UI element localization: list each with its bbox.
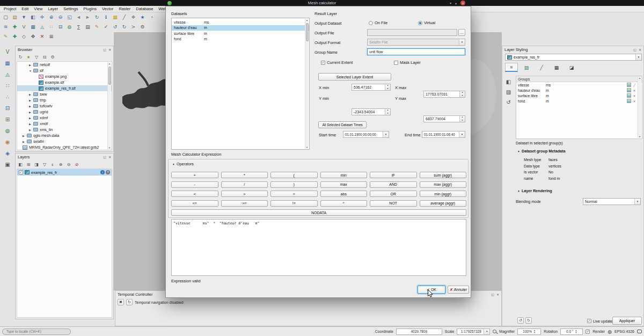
filter-legend-icon[interactable]: ▽ <box>41 161 48 167</box>
zoom-next-icon[interactable]: ► <box>84 13 92 21</box>
zoom-last-icon[interactable]: ◄ <box>75 13 83 21</box>
start-time-combo[interactable]: 01.01.1900 00:00:00▼ <box>343 131 389 138</box>
add-wms-layer-icon[interactable]: ◍ <box>3 126 12 135</box>
op-and-button[interactable]: AND <box>370 181 417 188</box>
spin-arrows-icon[interactable]: ▲▼ <box>459 116 465 122</box>
checkbox-icon[interactable] <box>321 61 325 65</box>
temporal-navigation-off-button[interactable]: ✖ <box>118 299 124 305</box>
op-max-aggr-button[interactable]: max (aggr) <box>420 181 467 188</box>
coordinate-input[interactable]: 4029,7809 <box>396 328 442 335</box>
add-group-icon[interactable]: ⊞ <box>25 161 32 167</box>
menu-view[interactable]: View <box>31 6 45 11</box>
op-multiply-button[interactable]: * <box>221 172 268 178</box>
browser-item-xdmf[interactable]: ▶xdmf <box>17 115 112 121</box>
on-file-radio[interactable]: On File <box>369 20 387 25</box>
expand-arrow-icon[interactable]: ▶ <box>29 99 32 102</box>
menu-plugins[interactable]: Plugins <box>80 6 99 11</box>
zoom-full-icon[interactable]: ◱ <box>65 13 74 21</box>
group-row-surface[interactable]: surface librem✕ <box>516 93 642 98</box>
redo-icon[interactable]: ↻ <box>120 23 128 31</box>
virtual-radio[interactable]: Virtual <box>418 20 435 25</box>
ymax-spinbox[interactable]: 6837.79004▲▼ <box>423 115 465 122</box>
nodata-button[interactable]: NODATA <box>171 209 466 216</box>
op-or-button[interactable]: OR <box>370 191 417 197</box>
op-divide-button[interactable]: / <box>221 181 268 188</box>
metadata-section-header[interactable]: ▼ Dataset group Metadata <box>517 149 565 154</box>
group-name-input[interactable]: unit flow <box>367 48 465 55</box>
float-panel-icon[interactable]: ◱ <box>103 155 106 159</box>
save-edits-icon[interactable]: ✔ <box>102 23 110 31</box>
manage-map-themes-icon[interactable]: ◨ <box>33 161 40 167</box>
add-vector-layer-icon[interactable]: V <box>3 47 12 56</box>
browser-item-tmp[interactable]: ▶tmp <box>17 97 112 103</box>
zoom-in-icon[interactable]: ⊕ <box>47 13 55 21</box>
copy-features-icon[interactable]: ⊞ <box>47 33 55 41</box>
group-row-hauteur[interactable]: hauteur d'eaum✕ <box>516 87 642 93</box>
browser-item-selafin[interactable]: ▶selafin <box>17 138 112 144</box>
op-min-button[interactable]: min <box>320 172 368 178</box>
vectors-toggle-icon[interactable]: ╱ <box>632 83 636 87</box>
filter-by-expression-icon[interactable]: ε <box>49 161 56 167</box>
add-raster-layer-icon[interactable]: ▦ <box>29 23 37 31</box>
vectors-toggle-icon[interactable]: ✕ <box>632 88 636 92</box>
browser-properties-icon[interactable]: ⚙ <box>49 54 56 60</box>
expand-arrow-icon[interactable]: ▶ <box>29 128 32 132</box>
pan-map-icon[interactable]: ✛ <box>38 13 46 21</box>
vectors-toggle-icon[interactable]: ✕ <box>632 99 636 103</box>
browser-item-xmdf[interactable]: ▶xmdf <box>17 121 112 127</box>
xmin-spinbox[interactable]: 536.47162▲▼ <box>352 84 391 91</box>
python-console-icon[interactable]: ≻ <box>129 23 137 31</box>
menu-project[interactable]: Project <box>1 6 19 11</box>
mask-layer-checkbox[interactable]: Mask Layer <box>394 60 421 65</box>
new-bookmark-icon[interactable]: ★ <box>138 13 147 21</box>
browser-item-slf[interactable]: ▼slf <box>17 68 112 74</box>
style-undo-button[interactable]: ↺ <box>517 317 524 324</box>
identify-features-icon[interactable]: ℹ <box>102 13 110 21</box>
averaging-tab[interactable]: ◪ <box>565 63 578 72</box>
checkbox-icon[interactable] <box>394 61 398 65</box>
selected-layer-extent-button[interactable]: Selected Layer Extent <box>318 73 391 81</box>
data-source-manager-icon[interactable]: ≋ <box>2 23 10 31</box>
contours-toggle-icon[interactable] <box>627 99 631 103</box>
expand-arrow-icon[interactable]: ▶ <box>29 105 32 108</box>
browser-item-example-png[interactable]: example.png <box>17 74 112 79</box>
close-icon[interactable]: ✕ <box>460 1 465 5</box>
op-power-button[interactable]: ^ <box>320 200 368 207</box>
add-wms-layer-icon[interactable]: ◍ <box>65 23 74 31</box>
add-spatialite-layer-icon[interactable]: ⊞ <box>3 115 12 123</box>
open-layer-styling-icon[interactable]: ◧ <box>17 161 24 167</box>
end-time-combo[interactable]: 01.01.1900 01:06:40▼ <box>422 131 465 138</box>
style-redo-button[interactable]: ↻ <box>525 317 532 324</box>
menu-raster[interactable]: Raster <box>116 6 133 11</box>
remove-layer-icon[interactable]: ⊘ <box>74 161 80 167</box>
maximize-icon[interactable]: ▴ <box>455 1 457 5</box>
datasets-scrollbar[interactable]: ▲▼ <box>305 19 309 149</box>
symbology-tab-icon[interactable]: ◧ <box>504 77 513 86</box>
browser-item-example-slf[interactable]: example.slf <box>17 79 112 85</box>
undo-icon[interactable]: ↺ <box>111 23 119 31</box>
processing-toolbox-icon[interactable]: ⚙ <box>138 23 147 31</box>
expand-arrow-icon[interactable]: ▶ <box>29 122 32 126</box>
radio-icon[interactable] <box>369 21 373 25</box>
move-feature-icon[interactable]: ✥ <box>29 33 37 41</box>
toggle-editing-icon[interactable]: ✎ <box>93 23 101 31</box>
op-max-button[interactable]: max <box>320 181 368 188</box>
expand-arrow-icon[interactable]: ▶ <box>23 140 25 143</box>
measure-icon[interactable]: ╱ <box>120 13 128 21</box>
layer-crs-warning-icon[interactable]: ? <box>106 170 110 174</box>
dialog-titlebar[interactable]: Mesh calculator ▾ ▴ ✕ <box>0 0 644 6</box>
op-open-paren-button[interactable]: ( <box>270 172 318 178</box>
temporal-refresh-button[interactable]: ↻ <box>126 299 133 305</box>
op-close-paren-button[interactable]: ) <box>270 181 318 188</box>
dataset-item-hauteur[interactable]: hauteur d'eaum <box>172 25 309 31</box>
op-greater-button[interactable]: > <box>221 191 268 197</box>
op-min-aggr-button[interactable]: min (aggr) <box>420 191 467 197</box>
add-mesh-layer-icon[interactable]: ◬ <box>38 23 46 31</box>
project-open-icon[interactable]: ▤ <box>11 13 19 21</box>
temporal-controller-icon[interactable]: ◔ <box>148 13 156 21</box>
project-save-icon[interactable]: ▼ <box>20 13 28 21</box>
add-feature-icon[interactable]: ✚ <box>11 33 19 41</box>
project-new-icon[interactable]: ▢ <box>2 13 10 21</box>
add-postgis-layer-icon[interactable]: ⊟ <box>3 104 12 112</box>
op-plus-button[interactable]: + <box>171 172 218 178</box>
